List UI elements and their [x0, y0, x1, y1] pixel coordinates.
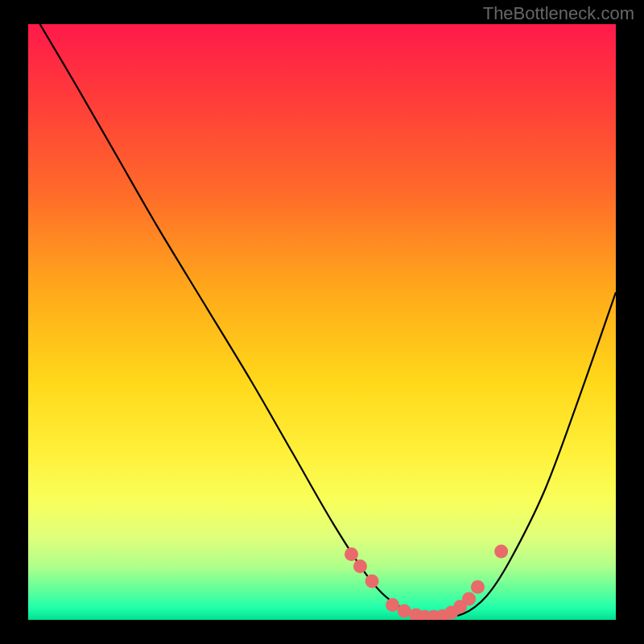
data-marker — [353, 559, 367, 573]
plot-area — [28, 24, 616, 620]
bottleneck-curve — [40, 24, 616, 617]
chart-svg — [28, 24, 616, 620]
data-marker — [398, 604, 411, 617]
chart-container: TheBottleneck.com — [0, 0, 644, 644]
data-marker — [386, 598, 399, 612]
data-marker — [462, 592, 476, 606]
data-marker — [365, 574, 379, 588]
data-marker — [345, 547, 358, 561]
data-marker — [471, 580, 485, 594]
watermark-text: TheBottleneck.com — [483, 3, 634, 24]
data-markers — [345, 544, 508, 620]
data-marker — [494, 544, 508, 558]
